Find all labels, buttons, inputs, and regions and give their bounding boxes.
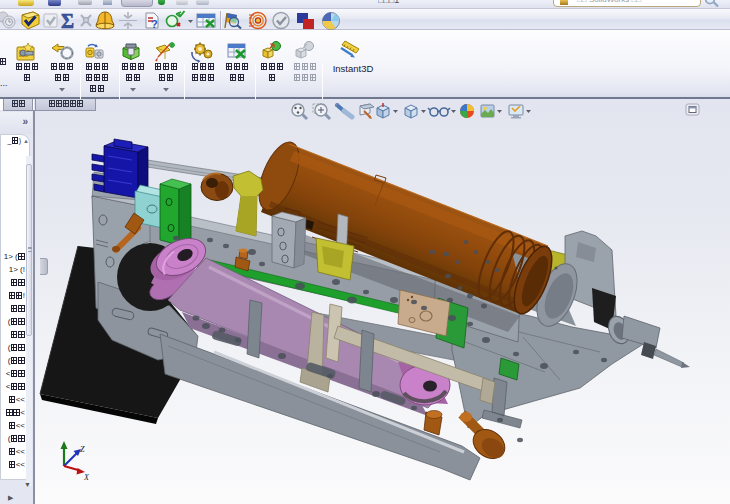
svg-text:?: ? (151, 18, 158, 30)
svg-text:Σ: Σ (61, 10, 74, 30)
svg-text:Z: Z (80, 445, 85, 454)
svg-text:X: X (83, 473, 90, 482)
